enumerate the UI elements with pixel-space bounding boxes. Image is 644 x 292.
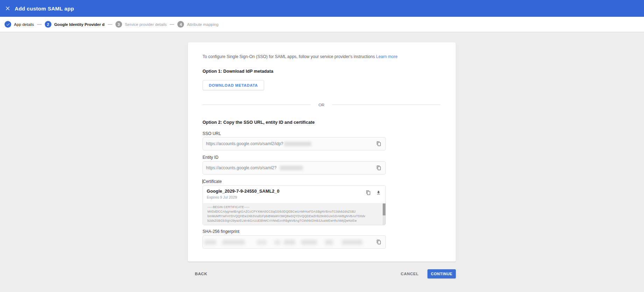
step-app-details[interactable]: App details — [5, 21, 34, 28]
step-label: Service provider details — [125, 22, 167, 27]
step-number-circle: 4 — [177, 21, 184, 28]
scrollbar-thumb[interactable] — [383, 204, 385, 215]
redacted-blur — [222, 240, 245, 245]
idp-details-card: To configure Single Sign-On (SSO) for SA… — [188, 42, 456, 262]
step-completed-circle — [5, 21, 11, 28]
intro-text: To configure Single Sign-On (SSO) for SA… — [203, 54, 397, 59]
step-label: Attribute mapping — [187, 22, 218, 27]
close-button[interactable] — [3, 4, 12, 13]
close-icon — [5, 6, 10, 11]
footer-right-actions: CANCEL CONTINUE — [401, 269, 456, 278]
certificate-label-text: Certificate — [203, 179, 222, 184]
certificate-label: Certificate — [203, 179, 222, 184]
or-label: OR — [318, 103, 324, 107]
app-bar: Add custom SAML app — [0, 0, 644, 17]
copy-icon[interactable] — [366, 190, 371, 195]
pem-line: -----BEGIN CERTIFICATE----- — [207, 205, 380, 209]
footer-actions: BACK CANCEL CONTINUE — [188, 267, 456, 281]
check-icon — [6, 22, 10, 27]
sso-url-value: https://accounts.google.com/o/saml2/idp? — [206, 141, 283, 146]
redacted-blur — [204, 240, 216, 245]
pem-line: b2dsZSBGb3IgV29yazELMAkGA1UEBhMCVVMxEzAR… — [207, 219, 380, 223]
wizard-stepper: App details 2 Google Identity Provider d… — [0, 17, 644, 32]
dialog-title: Add custom SAML app — [15, 6, 74, 12]
certificate-name: Google_2029-7-9-24550_SAML2_0 — [207, 189, 385, 194]
certificate-pem-text: -----BEGIN CERTIFICATE----- MIIDdDCCAlyg… — [203, 203, 385, 225]
certificate-expiry: Expires 9 Jul 2029 — [207, 195, 385, 199]
redacted-blur — [301, 240, 317, 245]
certificate-header: Google_2029-7-9-24550_SAML2_0 Expires 9 … — [203, 186, 385, 203]
pem-line: MIIDdDCCAlygAwIBAgIGAZCcCPYXMA0GCSqGSIb3… — [207, 209, 380, 214]
certificate-actions — [366, 190, 381, 195]
step-connector — [108, 24, 112, 25]
step-label: App details — [14, 22, 34, 27]
sha256-label: SHA-256 fingerprint — [203, 229, 239, 234]
redacted-blur — [325, 240, 333, 245]
step-connector — [37, 24, 42, 25]
step-number-circle: 3 — [115, 21, 122, 28]
copy-icon[interactable] — [376, 165, 381, 170]
step-number-circle: 2 — [45, 21, 51, 28]
step-service-provider-details[interactable]: 3 Service provider details — [115, 21, 167, 28]
option1-heading: Option 1: Download IdP metadata — [203, 69, 273, 74]
pem-line: bmMuMRYwFAYDVQQHEw1Nb3VudGFpbiBWaWV3MQ8w… — [207, 214, 380, 219]
copy-icon[interactable] — [376, 240, 381, 244]
entity-id-label: Entity ID — [203, 155, 218, 160]
divider-line — [203, 105, 311, 105]
redacted-blur — [284, 240, 295, 245]
cancel-button[interactable]: CANCEL — [401, 272, 419, 276]
redacted-blur — [284, 142, 311, 146]
entity-id-value: https://accounts.google.com/o/saml2? — [206, 165, 276, 170]
copy-icon[interactable] — [376, 141, 381, 146]
step-label: Google Identity Provider details — [54, 22, 105, 27]
redacted-blur — [280, 166, 303, 170]
back-button[interactable]: BACK — [195, 272, 207, 276]
sso-url-field: https://accounts.google.com/o/saml2/idp? — [203, 137, 386, 150]
or-divider: OR — [203, 102, 440, 107]
divider-line — [332, 105, 440, 105]
sha256-field — [203, 235, 386, 249]
redacted-blur — [257, 240, 267, 245]
step-connector — [170, 24, 174, 25]
redacted-blur — [342, 240, 362, 245]
step-google-idp-details[interactable]: 2 Google Identity Provider details — [45, 21, 105, 28]
option2-heading: Option 2: Copy the SSO URL, entity ID an… — [203, 120, 315, 125]
entity-id-field: https://accounts.google.com/o/saml2? — [203, 161, 386, 175]
download-icon[interactable] — [376, 190, 381, 195]
redacted-blur — [274, 240, 281, 245]
certificate-box: Google_2029-7-9-24550_SAML2_0 Expires 9 … — [203, 185, 386, 225]
scrollbar-track[interactable] — [383, 203, 385, 225]
download-metadata-button[interactable]: DOWNLOAD METADATA — [203, 80, 264, 90]
continue-button[interactable]: CONTINUE — [427, 269, 456, 278]
step-attribute-mapping[interactable]: 4 Attribute mapping — [177, 21, 218, 28]
sso-url-label: SSO URL — [203, 131, 221, 136]
intro-text-body: To configure Single Sign-On (SSO) for SA… — [203, 54, 376, 59]
learn-more-link[interactable]: Learn more — [376, 54, 397, 59]
